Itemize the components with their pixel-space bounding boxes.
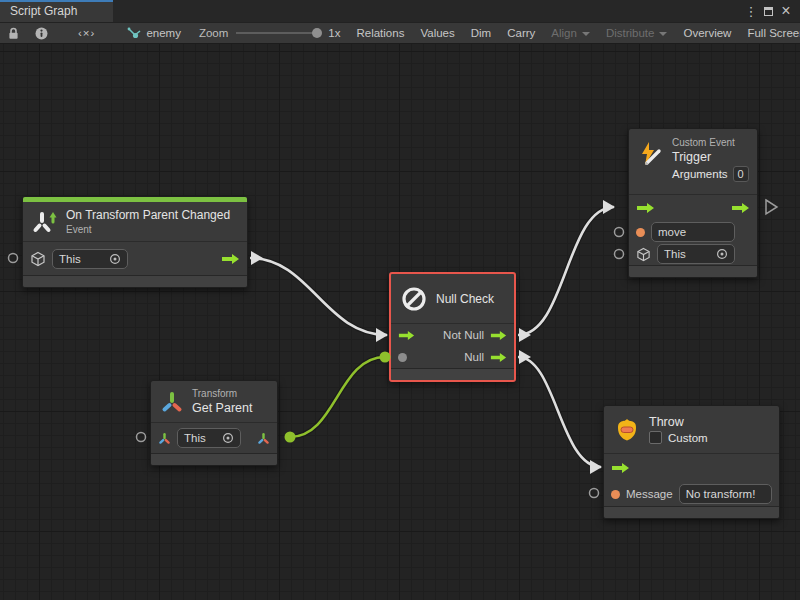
transform-port-icon[interactable] bbox=[158, 432, 171, 445]
unconnected-value-port[interactable] bbox=[615, 250, 624, 259]
chevron-down-icon bbox=[659, 32, 667, 36]
lock-button[interactable] bbox=[0, 23, 27, 43]
carry-button[interactable]: Carry bbox=[499, 23, 543, 43]
node-get-parent[interactable]: Transform Get Parent This bbox=[150, 380, 278, 466]
align-button[interactable]: Align bbox=[543, 23, 598, 43]
maximize-icon[interactable] bbox=[764, 7, 773, 16]
node-port-row: This bbox=[151, 423, 277, 453]
relations-button[interactable]: Relations bbox=[348, 23, 412, 43]
this-target-field[interactable]: This bbox=[52, 249, 128, 269]
field-value: This bbox=[184, 432, 206, 444]
unity-script-graph-window: Script Graph ⋮ × ‹×› bbox=[0, 0, 800, 600]
gameobject-cube-icon bbox=[636, 247, 651, 262]
zoom-label: Zoom bbox=[199, 27, 228, 39]
flow-output-port[interactable] bbox=[731, 202, 750, 214]
node-title: On Transform Parent Changed bbox=[66, 208, 230, 222]
node-header: Custom Event Trigger Arguments 0 bbox=[629, 129, 757, 195]
dim-button[interactable]: Dim bbox=[463, 23, 499, 43]
string-input-port[interactable] bbox=[611, 490, 620, 499]
node-footer bbox=[391, 368, 514, 380]
edit-script-button[interactable]: ‹×› bbox=[56, 23, 117, 43]
tab-title: Script Graph bbox=[10, 4, 77, 18]
button-label: Dim bbox=[471, 27, 491, 39]
window-menu-icon[interactable]: ⋮ bbox=[744, 5, 758, 18]
button-label: Align bbox=[551, 27, 577, 39]
arguments-count-field[interactable]: 0 bbox=[733, 166, 749, 182]
field-value: move bbox=[658, 226, 686, 238]
unconnected-value-port[interactable] bbox=[137, 433, 146, 442]
node-footer bbox=[151, 453, 277, 465]
unconnected-value-port[interactable] bbox=[615, 228, 624, 237]
overview-button[interactable]: Overview bbox=[675, 23, 739, 43]
event-name-field[interactable]: move bbox=[651, 222, 735, 242]
node-on-transform-parent-changed[interactable]: On Transform Parent Changed Event This bbox=[22, 196, 248, 288]
unconnected-value-port[interactable] bbox=[9, 254, 18, 263]
node-port-row: This bbox=[629, 243, 757, 265]
node-title: Throw bbox=[649, 415, 708, 429]
string-input-port[interactable] bbox=[636, 228, 645, 237]
tab-script-graph[interactable]: Script Graph bbox=[0, 0, 113, 22]
unconnected-value-port[interactable] bbox=[590, 489, 599, 498]
node-throw[interactable]: Throw Custom Message No transform! bbox=[603, 405, 780, 519]
distribute-button[interactable]: Distribute bbox=[598, 23, 676, 43]
unconnected-flow-port[interactable] bbox=[766, 200, 777, 214]
node-port-row: move bbox=[629, 221, 757, 243]
zoom-slider-handle[interactable] bbox=[312, 28, 322, 38]
message-label: Message bbox=[626, 488, 673, 500]
wire-notnull-to-trigger[interactable] bbox=[518, 207, 614, 335]
object-picker-icon[interactable] bbox=[716, 248, 728, 260]
node-header: Null Check bbox=[391, 274, 514, 324]
button-label: Overview bbox=[683, 27, 731, 39]
zoom-value: 1x bbox=[328, 27, 340, 39]
port-label: Not Null bbox=[443, 329, 484, 341]
transform-output-port-icon[interactable] bbox=[257, 432, 270, 445]
flow-output-port[interactable] bbox=[221, 253, 240, 265]
node-footer bbox=[629, 265, 757, 277]
message-field[interactable]: No transform! bbox=[679, 484, 772, 504]
flow-input-port[interactable] bbox=[398, 330, 415, 341]
node-header: Transform Get Parent bbox=[151, 381, 277, 423]
graph-toolbar: ‹×› enemy Zoom 1x Relations Values Dim C… bbox=[0, 22, 800, 44]
button-label: Full Screen bbox=[747, 27, 800, 39]
node-title: Null Check bbox=[436, 292, 494, 306]
port-label: Null bbox=[464, 351, 484, 363]
gameobject-cube-icon bbox=[30, 251, 46, 267]
info-button[interactable] bbox=[27, 23, 56, 43]
this-target-field[interactable]: This bbox=[177, 428, 241, 448]
fullscreen-button[interactable]: Full Screen bbox=[739, 23, 800, 43]
flow-output-port[interactable] bbox=[490, 330, 507, 341]
custom-event-icon bbox=[638, 141, 664, 167]
node-subtitle: Event bbox=[66, 224, 230, 235]
wire-getparent-to-nullcheck[interactable] bbox=[290, 357, 385, 437]
lock-icon bbox=[8, 27, 19, 40]
node-trigger-custom-event[interactable]: Custom Event Trigger Arguments 0 bbox=[628, 128, 758, 278]
node-header: Throw Custom bbox=[604, 406, 779, 454]
flow-input-port[interactable] bbox=[636, 202, 655, 214]
graph-canvas[interactable]: On Transform Parent Changed Event This bbox=[0, 44, 800, 600]
button-label: Distribute bbox=[606, 27, 655, 39]
zoom-slider[interactable] bbox=[236, 32, 320, 34]
object-picker-icon[interactable] bbox=[222, 432, 234, 444]
node-category: Transform bbox=[192, 388, 252, 399]
this-target-field[interactable]: This bbox=[657, 244, 735, 264]
flow-input-port[interactable] bbox=[611, 462, 630, 474]
close-icon[interactable]: × bbox=[779, 3, 793, 19]
flow-output-port[interactable] bbox=[490, 352, 507, 363]
chevron-down-icon bbox=[582, 32, 590, 36]
node-port-row: Null bbox=[391, 346, 514, 368]
custom-checkbox[interactable] bbox=[649, 431, 662, 444]
node-null-check[interactable]: Null Check Not Null Null bbox=[389, 272, 516, 382]
node-footer bbox=[23, 275, 247, 287]
window-controls: ⋮ × bbox=[744, 0, 800, 22]
node-port-row: Not Null bbox=[391, 324, 514, 346]
values-button[interactable]: Values bbox=[412, 23, 462, 43]
wire-event-to-nullcheck[interactable] bbox=[250, 258, 387, 335]
graph-breadcrumb[interactable]: enemy bbox=[117, 23, 191, 43]
tab-bar-spacer bbox=[113, 0, 744, 22]
field-value: No transform! bbox=[686, 488, 756, 500]
object-picker-icon[interactable] bbox=[109, 253, 121, 265]
node-header: On Transform Parent Changed Event bbox=[23, 202, 247, 242]
wire-null-to-throw[interactable] bbox=[518, 357, 601, 467]
value-input-port[interactable] bbox=[398, 353, 407, 362]
button-label: Values bbox=[420, 27, 454, 39]
